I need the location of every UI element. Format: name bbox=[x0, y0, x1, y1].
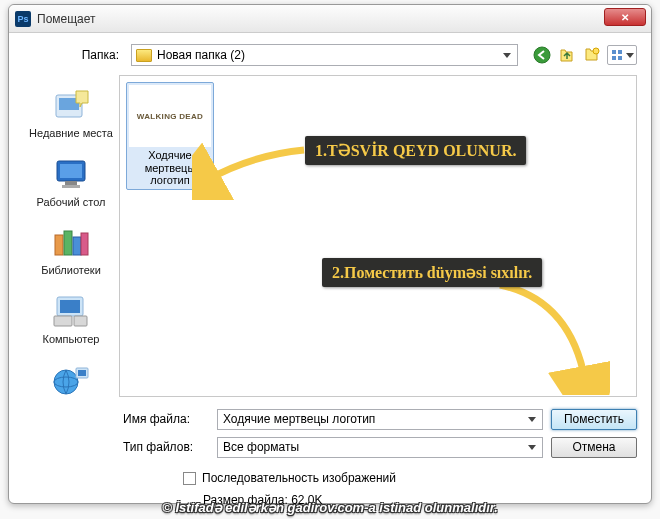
thumbnail-preview: WALKING DEAD bbox=[129, 85, 211, 147]
cancel-button[interactable]: Отмена bbox=[551, 437, 637, 458]
svg-rect-17 bbox=[60, 300, 80, 313]
back-icon[interactable] bbox=[532, 45, 552, 65]
folder-name: Новая папка (2) bbox=[157, 48, 245, 62]
svg-rect-3 bbox=[618, 50, 622, 54]
path-row: Папка: Новая папка (2) bbox=[23, 41, 637, 69]
svg-rect-9 bbox=[60, 164, 82, 178]
place-button[interactable]: Поместить bbox=[551, 409, 637, 430]
dialog-window: Ps Помещает ✕ Папка: Новая папка (2) bbox=[8, 4, 652, 504]
libraries-icon bbox=[51, 222, 91, 262]
folder-combo[interactable]: Новая папка (2) bbox=[131, 44, 518, 66]
new-folder-icon[interactable] bbox=[582, 45, 602, 65]
svg-rect-23 bbox=[78, 370, 86, 376]
svg-rect-10 bbox=[65, 181, 77, 185]
svg-rect-2 bbox=[612, 50, 616, 54]
toolbar-icons bbox=[532, 45, 637, 65]
file-thumbnail[interactable]: WALKING DEAD Ходячие мертвецы логотип bbox=[126, 82, 214, 190]
sidebar: Недавние места Рабочий стол Библиотеки bbox=[23, 75, 119, 397]
file-list-area[interactable]: WALKING DEAD Ходячие мертвецы логотип bbox=[119, 75, 637, 397]
svg-rect-15 bbox=[81, 233, 88, 255]
sidebar-item-libraries[interactable]: Библиотеки bbox=[23, 216, 119, 283]
sidebar-item-computer[interactable]: Компьютер bbox=[23, 285, 119, 352]
sidebar-label: Рабочий стол bbox=[36, 196, 105, 209]
annotation-1: 1.TƏSVİR QEYD OLUNUR. bbox=[305, 136, 526, 165]
sidebar-label: Компьютер bbox=[43, 333, 100, 346]
sidebar-item-network[interactable] bbox=[23, 354, 119, 408]
svg-rect-5 bbox=[618, 56, 622, 60]
filename-combo[interactable]: Ходячие мертвецы логотип bbox=[217, 409, 543, 430]
titlebar: Ps Помещает ✕ bbox=[9, 5, 651, 33]
svg-point-0 bbox=[534, 47, 550, 63]
filename-label: Имя файла: bbox=[123, 412, 209, 426]
recent-places-icon bbox=[51, 85, 91, 125]
sequence-checkbox[interactable] bbox=[183, 472, 196, 485]
path-label: Папка: bbox=[67, 48, 125, 62]
sidebar-label: Недавние места bbox=[29, 127, 113, 140]
close-button[interactable]: ✕ bbox=[604, 8, 646, 26]
svg-rect-14 bbox=[73, 237, 81, 255]
svg-rect-19 bbox=[74, 316, 87, 326]
main-area: Недавние места Рабочий стол Библиотеки bbox=[23, 75, 637, 397]
annotation-2: 2.Поместить düyməsi sıxılır. bbox=[322, 258, 542, 287]
footer-credit: © İstifadə edilərkən gadirov.com-a istin… bbox=[0, 500, 660, 515]
photoshop-icon: Ps bbox=[15, 11, 31, 27]
combo-arrow-icon bbox=[524, 439, 540, 456]
bottom-form: Имя файла: Ходячие мертвецы логотип Поме… bbox=[23, 405, 637, 507]
filetype-label: Тип файлов: bbox=[123, 440, 209, 454]
filename-value: Ходячие мертвецы логотип bbox=[223, 412, 375, 426]
sequence-label: Последовательность изображений bbox=[202, 471, 396, 485]
filetype-value: Все форматы bbox=[223, 440, 299, 454]
combo-arrow-icon bbox=[524, 411, 540, 428]
combo-arrow-icon bbox=[499, 46, 515, 64]
view-menu-icon[interactable] bbox=[607, 45, 637, 65]
svg-rect-11 bbox=[62, 185, 80, 188]
svg-rect-12 bbox=[55, 235, 63, 255]
network-icon bbox=[51, 360, 91, 400]
desktop-icon bbox=[51, 154, 91, 194]
svg-rect-4 bbox=[612, 56, 616, 60]
svg-point-1 bbox=[593, 48, 599, 54]
up-icon[interactable] bbox=[557, 45, 577, 65]
window-title: Помещает bbox=[37, 12, 96, 26]
sidebar-item-desktop[interactable]: Рабочий стол bbox=[23, 148, 119, 215]
sidebar-label: Библиотеки bbox=[41, 264, 101, 277]
computer-icon bbox=[51, 291, 91, 331]
svg-rect-13 bbox=[64, 231, 72, 255]
sidebar-item-recent[interactable]: Недавние места bbox=[23, 79, 119, 146]
thumbnail-label: Ходячие мертвецы логотип bbox=[129, 149, 211, 187]
folder-icon bbox=[136, 49, 152, 62]
svg-point-20 bbox=[54, 370, 78, 394]
svg-rect-18 bbox=[54, 316, 72, 326]
filetype-combo[interactable]: Все форматы bbox=[217, 437, 543, 458]
